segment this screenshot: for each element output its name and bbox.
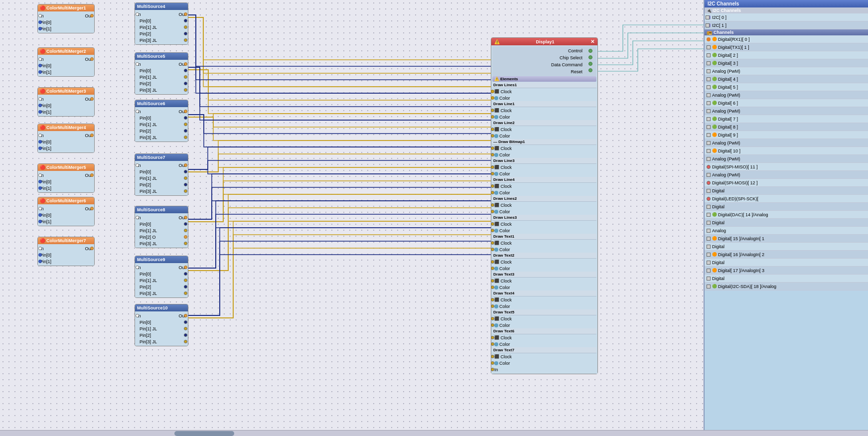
digital-plain-label3: Digital bbox=[712, 220, 724, 225]
digital-3-label: Digital[ 3 ] bbox=[718, 61, 738, 66]
node-label: ColorMultiMerger3 bbox=[46, 89, 86, 94]
color-multimer-6: 🔴 ColorMultiMerger6 InOut Pin[0] Pin[1] bbox=[37, 197, 95, 226]
analog-pwm-label6: Analog (PwM) bbox=[712, 172, 740, 177]
draw-text1-clock: ⬛ Clock bbox=[492, 240, 596, 246]
analog-pwm-row4: Analog (PwM) bbox=[705, 139, 868, 147]
node-header: 🔴 ColorMultiMerger1 bbox=[38, 4, 94, 11]
node-label: MultiSource5 bbox=[137, 54, 165, 59]
draw-text1-color: Color bbox=[492, 246, 596, 253]
digital-spi-miso-label: Digital(SPI-MISO)[ 11 ] bbox=[712, 164, 758, 169]
draw-line3-color: Color bbox=[492, 170, 596, 177]
digital-16-label: Digital[ 16 ]/AnalogIn[ 2 bbox=[718, 252, 764, 257]
node-label: MultiSource9 bbox=[137, 257, 165, 262]
draw-line1-color: Color bbox=[492, 114, 596, 120]
draw-text7-header: Draw Text7 bbox=[492, 347, 596, 353]
multi-source-7: MultiSource7 InOut Pin[0] Pin[1] JL Pin[… bbox=[135, 153, 188, 196]
node-label: MultiSource10 bbox=[137, 305, 168, 310]
node-label: MultiSource6 bbox=[137, 101, 165, 106]
digital-17-row: 🟠 Digital[ 17 ]/AnalogIn[ 3 bbox=[705, 267, 868, 275]
draw-line2-header: Draw Line2 bbox=[492, 120, 596, 126]
draw-line4-header: Draw Line4 bbox=[492, 177, 596, 183]
node-label: ColorMultiMerger4 bbox=[46, 125, 86, 130]
digital-plain-label2: Digital bbox=[712, 204, 724, 209]
analog-pwm-row5: Analog (PwM) bbox=[705, 155, 868, 163]
digital-3-row: 🟢 Digital[ 3 ] bbox=[705, 59, 868, 67]
draw-line1-clock: ⬛ Clock bbox=[492, 107, 596, 114]
draw-text5-color: Color bbox=[492, 322, 596, 328]
digital-10-label: Digital[ 10 ] bbox=[718, 148, 740, 153]
display-header: ⚠️ Display1 ✕ bbox=[491, 38, 597, 45]
draw-lines1-clock: ⬛ Clock bbox=[492, 88, 596, 95]
color-multimer-2: 🔴 ColorMultiMerger2 InOut Pin[0] Pin[1] bbox=[37, 47, 95, 77]
draw-bitmap1-header: — Draw Bitmap1 bbox=[492, 139, 596, 145]
color-multimer-4: 🔴 ColorMultiMerger4 InOut Pin[0] Pin[1] bbox=[37, 124, 95, 153]
digital-spi-mosi-row: Digital(SPI-MOSI)[ 12 ] bbox=[705, 179, 868, 187]
node-header: MultiSource10 bbox=[135, 304, 188, 311]
node-label: MultiSource8 bbox=[137, 207, 165, 212]
draw-text3-header: Draw Text3 bbox=[492, 272, 596, 278]
digital-row-plain4: Digital bbox=[705, 243, 868, 251]
node-label: MultiSource4 bbox=[137, 4, 165, 9]
draw-line3-header: Draw Line3 bbox=[492, 158, 596, 164]
display-close[interactable]: ✕ bbox=[590, 39, 594, 44]
node-header: MultiSource9 bbox=[135, 256, 188, 263]
node-icon: 🔴 bbox=[40, 49, 45, 54]
draw-lines3-clock: ⬛ Clock bbox=[492, 221, 596, 227]
draw-text4-clock: ⬛ Clock bbox=[492, 296, 596, 303]
i2c-0-row: I2C[ 0 ] bbox=[705, 13, 868, 21]
draw-lines1-color: Color bbox=[492, 95, 596, 101]
channels-section-header: 📻 Channels bbox=[705, 29, 868, 35]
multi-source-9: MultiSource9 InOut Pin[0] Pin[1] JL Pin[… bbox=[135, 256, 188, 298]
digital-5-label: Digital[ 5 ] bbox=[718, 85, 738, 90]
i2c-0-label: I2C[ 0 ] bbox=[712, 15, 726, 20]
node-label: ColorMultiMerger7 bbox=[46, 238, 86, 243]
digital-tx1-row: 🟠 Digital(TX1)[ 1 ] bbox=[705, 43, 868, 51]
digital-spi-sck-row: Digital(LED)(SPI-SCK)[ bbox=[705, 195, 868, 203]
draw-lines3-color: Color bbox=[492, 227, 596, 234]
draw-text2-clock: ⬛ Clock bbox=[492, 259, 596, 265]
color-multimer-7: 🔴 ColorMultiMerger7 InOut Pin[0] Pin[1] bbox=[37, 237, 95, 266]
digital-15-label: Digital[ 15 ]/AnalogIn[ 1 bbox=[718, 236, 764, 241]
scrollbar-thumb[interactable] bbox=[174, 431, 234, 436]
node-header: MultiSource6 bbox=[135, 100, 188, 107]
draw-text4-color: Color bbox=[492, 303, 596, 309]
digital-7-row: 🟢 Digital[ 7 ] bbox=[705, 115, 868, 123]
color-multimer-5: 🔴 ColorMultiMerger5 InOut Pin[0] Pin[1] bbox=[37, 163, 95, 193]
i2c-1-label: I2C[ 1 ] bbox=[712, 23, 726, 28]
digital-plain-label1: Digital bbox=[712, 188, 724, 193]
color-multimer-3: 🔴 ColorMultiMerger3 InOut Pin[0] Pin[1] bbox=[37, 87, 95, 117]
draw-text6-clock: ⬛ Clock bbox=[492, 334, 596, 341]
digital-row-plain5: Digital bbox=[705, 259, 868, 267]
display-elements-header: ⚠️ Elements bbox=[492, 76, 596, 82]
draw-text1-header: Draw Text1 bbox=[492, 234, 596, 240]
node-header: 🔴 ColorMultiMerger6 bbox=[38, 197, 94, 204]
draw-lines3-header: Draw Lines3 bbox=[492, 215, 596, 221]
digital-i2c-sda-label: Digital(I2C-SDA)[ 18 ]/Analog bbox=[718, 284, 776, 289]
draw-line4-color: Color bbox=[492, 189, 596, 196]
draw-line1-header: Draw Line1 bbox=[492, 101, 596, 107]
digital-rx1-label: Digital(RX1)[ 0 ] bbox=[718, 37, 750, 42]
multi-source-10: MultiSource10 InOut Pin[0] Pin[1] JL Pin… bbox=[135, 304, 188, 346]
multi-source-6: MultiSource6 InOut Pin[0] Pin[1] JL Pin[… bbox=[135, 100, 188, 142]
draw-lines2-color: Color bbox=[492, 208, 596, 215]
analog-pwm-row6: Analog (PwM) bbox=[705, 171, 868, 179]
i2c-1-row: I2C[ 1 ] bbox=[705, 21, 868, 29]
horizontal-scrollbar[interactable] bbox=[0, 430, 868, 436]
digital-row-plain3: Digital bbox=[705, 219, 868, 227]
channels-list[interactable]: 🟠 Digital(RX1)[ 0 ] 🟠 Digital(TX1)[ 1 ] … bbox=[705, 35, 868, 334]
digital-plain-label4: Digital bbox=[712, 244, 724, 249]
draw-lines1-header: Draw Lines1 bbox=[492, 82, 596, 88]
node-header: MultiSource4 bbox=[135, 3, 188, 10]
node-header: MultiSource7 bbox=[135, 154, 188, 161]
digital-8-label: Digital[ 8 ] bbox=[718, 125, 738, 130]
digital-2-label: Digital[ 2 ] bbox=[718, 53, 738, 58]
analog-pwm-row3: Analog (PwM) bbox=[705, 107, 868, 115]
digital-15-row: 🟠 Digital[ 15 ]/AnalogIn[ 1 bbox=[705, 235, 868, 243]
digital-10-row: 🟠 Digital[ 10 ] bbox=[705, 147, 868, 155]
right-panel-title: I2C Channels bbox=[708, 1, 739, 6]
digital-tx1-label: Digital(TX1)[ 1 ] bbox=[718, 45, 749, 50]
draw-text3-color: Color bbox=[492, 284, 596, 291]
node-icon: 🔴 bbox=[40, 5, 45, 10]
node-header: 🔴 ColorMultiMerger4 bbox=[38, 124, 94, 131]
digital-row-plain2: Digital bbox=[705, 203, 868, 211]
